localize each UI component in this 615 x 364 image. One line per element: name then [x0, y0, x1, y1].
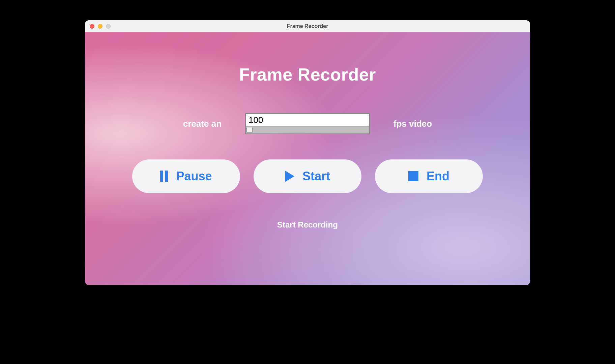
end-button-label: End — [427, 169, 449, 183]
content-area: Frame Recorder create an 100 fps video P… — [85, 32, 530, 285]
fps-input[interactable]: 100 — [245, 113, 370, 134]
app-title: Frame Recorder — [239, 64, 376, 85]
play-icon — [285, 171, 294, 182]
window-title: Frame Recorder — [85, 23, 530, 29]
fps-suffix-label: fps video — [393, 119, 432, 129]
start-button[interactable]: Start — [254, 159, 361, 193]
fps-slider-thumb[interactable] — [246, 127, 253, 132]
titlebar[interactable]: Frame Recorder — [85, 20, 530, 32]
fps-slider[interactable] — [246, 126, 369, 133]
pause-button-label: Pause — [176, 169, 212, 183]
pause-icon — [160, 171, 168, 182]
status-text: Start Recording — [277, 220, 338, 230]
fps-value-field[interactable]: 100 — [246, 114, 369, 126]
app-window: Frame Recorder Frame Recorder create an … — [85, 20, 530, 285]
fps-row: create an 100 fps video — [183, 113, 432, 134]
pause-button[interactable]: Pause — [132, 159, 240, 193]
fps-prefix-label: create an — [183, 119, 222, 129]
stop-icon — [408, 171, 418, 181]
button-row: Pause Start End — [132, 159, 483, 193]
end-button[interactable]: End — [375, 159, 483, 193]
start-button-label: Start — [302, 169, 330, 183]
